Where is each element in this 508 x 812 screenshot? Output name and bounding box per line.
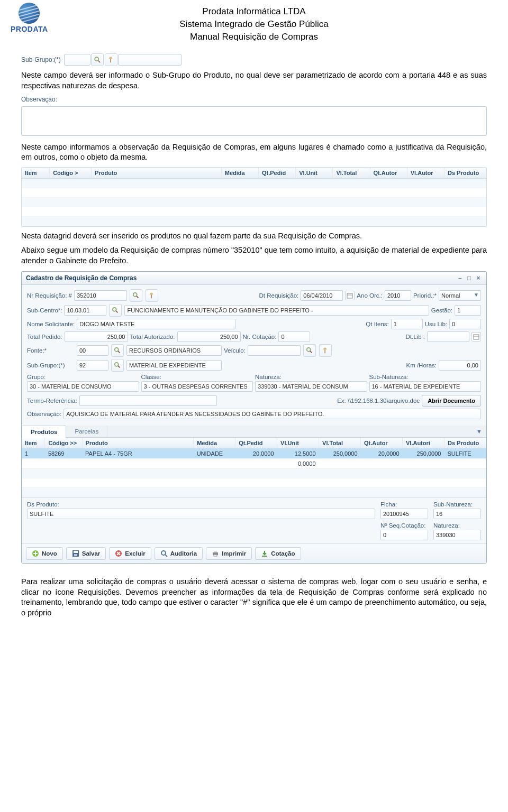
clear-icon[interactable] — [319, 344, 332, 357]
table-row[interactable] — [22, 488, 486, 497]
abrir-documento-button[interactable]: Abrir Documento — [422, 395, 481, 407]
col-item[interactable]: Item — [22, 438, 45, 449]
col-vlautor[interactable]: Vl.Autori — [403, 438, 444, 449]
gestao-label: Gestão: — [431, 307, 452, 313]
col-qtped[interactable]: Qt.Pedid — [235, 438, 277, 449]
termo-input[interactable] — [79, 395, 217, 406]
col-vlunit[interactable]: Vl.Unit — [296, 168, 333, 179]
table-row[interactable]: 0,0000 — [22, 459, 486, 469]
col-qtautor[interactable]: Qt.Autor — [370, 168, 407, 179]
fonte-desc-input[interactable] — [126, 345, 222, 356]
nr-req-label: Nr Requisição: # — [27, 292, 72, 299]
sub-grupo-desc-input[interactable] — [126, 360, 222, 371]
col-item[interactable]: Item — [22, 168, 50, 179]
maximize-icon[interactable]: □ — [466, 274, 473, 282]
grupo-input[interactable] — [27, 381, 139, 392]
tab-parcelas[interactable]: Parcelas — [66, 426, 107, 437]
col-qtped[interactable]: Qt.Pedid — [259, 168, 296, 179]
table-row[interactable] — [22, 197, 486, 207]
col-vlunit[interactable]: Vl.Unit — [277, 438, 319, 449]
tabs: Produtos Parcelas ▼ — [22, 426, 486, 438]
paragraph-3: Nesta datagrid deverá ser inserido os pr… — [21, 231, 487, 242]
table-row[interactable] — [22, 178, 486, 188]
observacao-textarea[interactable] — [21, 106, 487, 136]
search-icon[interactable] — [303, 344, 316, 357]
col-vltotal[interactable]: Vl.Total — [333, 168, 370, 179]
natureza-input[interactable] — [255, 381, 367, 392]
table-row[interactable] — [22, 188, 486, 197]
total-ped-input[interactable] — [65, 331, 128, 342]
col-vltotal[interactable]: Vl.Total — [319, 438, 361, 449]
subgrupo-code-input[interactable] — [64, 54, 90, 66]
col-produto[interactable]: Produto — [82, 438, 194, 449]
paragraph-5: Para realizar uma solicitação de compras… — [21, 577, 487, 618]
dt-req-label: Dt Requisição: — [259, 292, 299, 299]
sub-centro-desc-input[interactable] — [124, 305, 429, 316]
col-medida[interactable]: Medida — [221, 168, 258, 179]
gestao-input[interactable] — [455, 305, 481, 316]
col-codigo[interactable]: Código >> — [45, 438, 82, 449]
col-codigo[interactable]: Código > — [50, 168, 92, 179]
km-horas-input[interactable] — [439, 360, 481, 371]
print-icon — [212, 550, 219, 557]
dt-req-input[interactable] — [301, 290, 343, 301]
tab-produtos[interactable]: Produtos — [22, 426, 66, 438]
table-row[interactable]: 1 58269 PAPEL A4 - 75GR UNIDADE 20,0000 … — [22, 449, 486, 459]
minimize-icon[interactable]: – — [456, 274, 464, 282]
col-ds[interactable]: Ds Produto — [444, 438, 486, 449]
classe-input[interactable] — [141, 381, 253, 392]
svg-rect-2 — [110, 59, 111, 63]
ds-produto-input[interactable] — [27, 509, 375, 519]
clear-icon[interactable] — [105, 53, 117, 66]
calendar-icon[interactable] — [471, 332, 481, 342]
subnat-footer-input[interactable] — [433, 509, 481, 519]
chevron-down-icon[interactable]: ▼ — [474, 292, 479, 298]
clear-icon[interactable] — [146, 289, 158, 302]
qt-itens-input[interactable] — [391, 319, 423, 329]
col-produto[interactable]: Produto — [92, 168, 222, 179]
ficha-input[interactable] — [380, 509, 428, 519]
close-icon[interactable]: × — [475, 274, 482, 282]
globe-icon — [19, 3, 40, 24]
col-qtautor[interactable]: Qt.Autor — [361, 438, 403, 449]
seq-input[interactable] — [380, 530, 428, 540]
search-icon[interactable] — [109, 304, 122, 317]
col-vlautor[interactable]: Vl.Autor — [407, 168, 444, 179]
col-ds[interactable]: Ds Produto — [444, 168, 486, 179]
dt-lib-input[interactable] — [427, 331, 469, 342]
subgrupo-desc-input[interactable] — [118, 54, 182, 66]
total-aut-input[interactable] — [177, 331, 241, 342]
fonte-code-input[interactable] — [77, 345, 108, 356]
veiculo-input[interactable] — [248, 345, 301, 356]
subnat-input[interactable] — [369, 381, 482, 392]
search-icon[interactable] — [130, 289, 142, 302]
novo-button[interactable]: Novo — [26, 547, 63, 560]
search-icon[interactable] — [111, 344, 124, 357]
table-row[interactable] — [22, 478, 486, 488]
imprimir-button[interactable]: Imprimir — [206, 547, 252, 560]
auditoria-button[interactable]: Auditoria — [155, 547, 203, 560]
nome-sol-input[interactable] — [77, 319, 235, 329]
obs-input[interactable] — [64, 409, 481, 419]
col-medida[interactable]: Medida — [194, 438, 235, 449]
table-row[interactable] — [22, 216, 486, 226]
sub-centro-code-input[interactable] — [64, 305, 106, 316]
nat-footer-input[interactable] — [433, 530, 481, 540]
excluir-button[interactable]: Excluir — [109, 547, 151, 560]
nr-req-input[interactable] — [74, 290, 127, 301]
footer-fields-2: Nº Seq.Cotação: Natureza: — [22, 522, 486, 543]
table-row[interactable] — [22, 207, 486, 216]
salvar-button[interactable]: Salvar — [66, 547, 106, 560]
nr-cot-input[interactable] — [278, 331, 310, 342]
sub-grupo-code-input[interactable] — [77, 360, 108, 371]
calendar-icon[interactable] — [345, 291, 355, 300]
search-icon[interactable] — [91, 53, 104, 66]
chevron-down-icon[interactable]: ▼ — [472, 426, 486, 437]
search-icon[interactable] — [111, 359, 124, 372]
cotacao-button[interactable]: Cotação — [255, 547, 301, 560]
natureza-label: Natureza: — [255, 374, 367, 380]
usu-lib-input[interactable] — [449, 319, 481, 329]
ano-orc-input[interactable] — [385, 290, 411, 301]
nat-footer-label: Natureza: — [433, 522, 481, 529]
table-row[interactable] — [22, 469, 486, 478]
